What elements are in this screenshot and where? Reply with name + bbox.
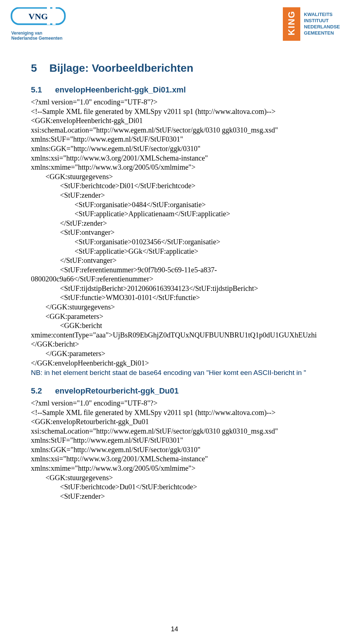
section-heading-5-1: 5.1 envelopHeenbericht-ggk_Di01.xml: [31, 85, 318, 95]
section-title-5-1: envelopHeenbericht-ggk_Di01.xml: [55, 85, 186, 95]
svg-text:VNG: VNG: [28, 12, 48, 21]
svg-rect-2: [47, 7, 50, 11]
king-text-line4: GEMEENTEN: [304, 30, 334, 36]
chapter-title: Bijlage: Voorbeeldberichten: [49, 62, 193, 74]
king-text-line1: KWALITEITS: [304, 12, 333, 17]
document-page: VNG Vereniging van Nederlandse Gemeenten…: [0, 0, 349, 644]
vng-tagline-line2: Nederlandse Gemeenten: [11, 36, 63, 41]
section-number-5-2: 5.2: [31, 386, 42, 396]
section-note-5-1: NB: in het element bericht staat de base…: [31, 368, 318, 378]
king-logo-text: KWALITEITS INSTITUUT NEDERLANDSE GEMEENT…: [304, 12, 340, 36]
svg-rect-5: [52, 21, 56, 25]
vng-logo-icon: VNG: [9, 7, 67, 29]
page-number: 14: [0, 625, 349, 633]
chapter-heading: 5 Bijlage: Voorbeeldberichten: [31, 62, 318, 74]
king-logo-box: KING: [283, 7, 300, 41]
king-text-line2: INSTITUUT: [304, 18, 329, 23]
section-number-5-1: 5.1: [31, 85, 42, 95]
vng-tagline-line1: Vereniging van: [11, 31, 42, 36]
section-body-5-2: <?xml version="1.0" encoding="UTF-8"?> <…: [31, 399, 318, 501]
king-logo: KING KWALITEITS INSTITUUT NEDERLANDSE GE…: [283, 7, 340, 41]
section-title-5-2: envelopRetourbericht-ggk_Du01: [55, 386, 179, 396]
section-heading-5-2: 5.2 envelopRetourbericht-ggk_Du01: [31, 386, 318, 396]
vng-logo: VNG Vereniging van Nederlandse Gemeenten: [9, 7, 67, 41]
svg-rect-3: [52, 7, 56, 11]
chapter-number: 5: [31, 62, 37, 74]
page-header: VNG Vereniging van Nederlandse Gemeenten…: [31, 7, 318, 55]
svg-rect-4: [47, 21, 50, 25]
king-text-line3: NEDERLANDSE: [304, 24, 340, 29]
vng-tagline: Vereniging van Nederlandse Gemeenten: [11, 31, 63, 41]
section-body-5-1: <?xml version="1.0" encoding="UTF-8"?> <…: [31, 98, 318, 368]
